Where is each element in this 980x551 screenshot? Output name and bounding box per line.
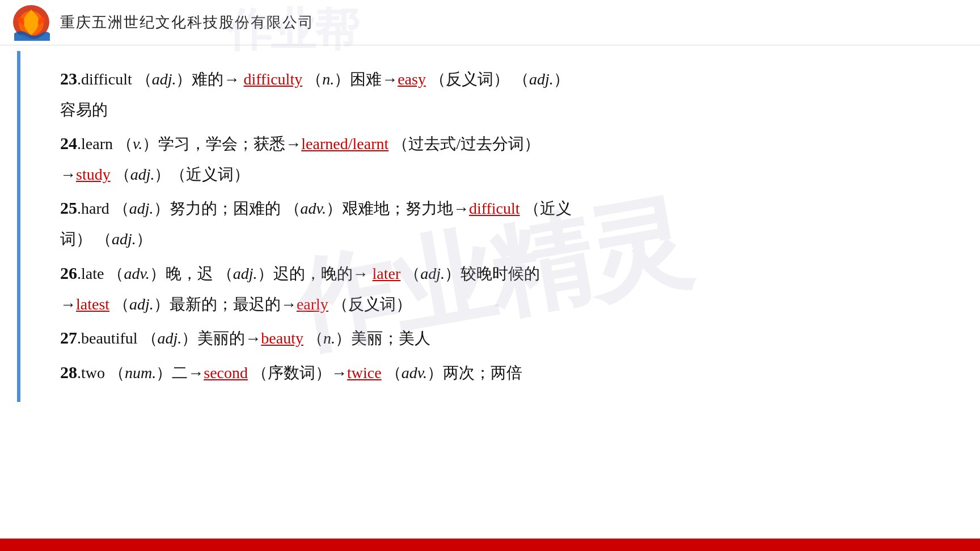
entry-23: 23.difficult （adj.）难的→ difficulty （n.）困难… xyxy=(60,62,929,125)
entry-27-number: 27 xyxy=(60,328,77,347)
entry-25-text: .hard （adj.）努力的；困难的 （adv.）艰难地；努力地→diffic… xyxy=(77,200,572,217)
entry-26-text: .late （adv.）晚，迟 （adj.）迟的，晚的→ later （adj.… xyxy=(77,265,540,282)
content-area: 23.difficult （adj.）难的→ difficulty （n.）困难… xyxy=(17,51,963,402)
entry-25: 25.hard （adj.）努力的；困难的 （adv.）艰难地；努力地→diff… xyxy=(60,192,929,254)
entry-24-number: 24 xyxy=(60,134,77,152)
entry-26-cont: →latest （adj.）最新的；最迟的→early （反义词） xyxy=(60,295,412,313)
entry-23-cont: 容易的 xyxy=(60,101,108,118)
entry-25-cont: 词） （adj.） xyxy=(60,230,152,248)
entry-25-number: 25 xyxy=(60,198,77,217)
entry-28: 28.two （num.）二→second （序数词）→twice （adv.）… xyxy=(60,356,929,388)
entry-26: 26.late （adv.）晚，迟 （adj.）迟的，晚的→ later （ad… xyxy=(60,257,929,319)
entry-28-text: .two （num.）二→second （序数词）→twice （adv.）两次… xyxy=(77,364,522,382)
header: 重庆五洲世纪文化科技股份有限公司 作业帮 xyxy=(0,0,980,45)
bottom-bar xyxy=(0,539,980,551)
entry-24-cont: →study （adj.）（近义词） xyxy=(60,166,250,183)
company-name: 重庆五洲世纪文化科技股份有限公司 xyxy=(60,12,314,32)
entry-23-number: 23 xyxy=(60,69,77,88)
company-logo xyxy=(11,4,51,41)
entry-28-number: 28 xyxy=(60,363,77,382)
entry-23-text: .difficult （adj.）难的→ difficulty （n.）困难→e… xyxy=(77,70,569,88)
entry-24-text: .learn （v.）学习，学会；获悉→learned/learnt （过去式/… xyxy=(77,135,540,152)
entry-27-text: .beautiful （adj.）美丽的→beauty （n.）美丽；美人 xyxy=(77,329,430,347)
entry-27: 27.beautiful （adj.）美丽的→beauty （n.）美丽；美人 xyxy=(60,321,929,354)
entry-26-number: 26 xyxy=(60,264,77,282)
entry-24: 24.learn （v.）学习，学会；获悉→learned/learnt （过去… xyxy=(60,127,929,189)
